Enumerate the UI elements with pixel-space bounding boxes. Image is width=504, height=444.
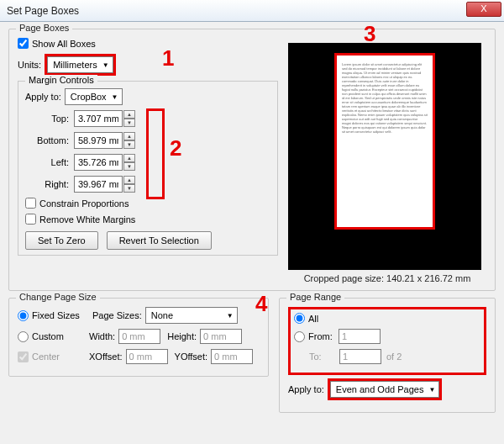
height-input xyxy=(200,329,242,344)
page-sizes-label: Page Sizes: xyxy=(92,310,142,320)
page-sizes-value: None xyxy=(151,310,173,320)
units-label: Units: xyxy=(18,60,41,70)
top-spinner[interactable]: ▲▼ xyxy=(123,110,135,127)
titlebar: Set Page Boxes X xyxy=(0,0,504,22)
yoffset-input xyxy=(211,349,253,364)
center-checkbox xyxy=(18,352,29,362)
up-arrow-icon: ▲ xyxy=(123,154,135,162)
down-arrow-icon: ▼ xyxy=(123,184,135,193)
center-label: Center xyxy=(32,352,89,362)
apply-to-range-value: Even and Odd Pages xyxy=(336,384,424,394)
right-spinner[interactable]: ▲▼ xyxy=(123,176,135,193)
page-preview: Lorem ipsum dolor sit amet consectetur a… xyxy=(288,43,481,270)
units-select[interactable]: Millimeters ▼ xyxy=(47,56,113,73)
left-input[interactable] xyxy=(74,154,123,171)
close-icon: X xyxy=(480,3,486,13)
change-page-size-group: Change Page Size Fixed Sizes Page Sizes:… xyxy=(8,298,269,377)
page-boxes-legend: Page Boxes xyxy=(16,23,72,33)
down-arrow-icon: ▼ xyxy=(123,140,135,149)
apply-to-range-select[interactable]: Even and Odd Pages ▼ xyxy=(330,381,440,398)
all-radio[interactable] xyxy=(294,313,305,324)
width-label: Width: xyxy=(89,331,115,341)
of-label: of 2 xyxy=(386,352,402,362)
width-input xyxy=(118,329,160,344)
preview-caption: Cropped page size: 140.21 x 216.72 mm xyxy=(288,273,486,283)
xoffset-input xyxy=(126,349,168,364)
page-range-group: Page Range All From: To: of 2 A xyxy=(279,298,496,413)
all-label: All xyxy=(308,314,318,324)
set-to-zero-button[interactable]: Set To Zero xyxy=(25,231,98,250)
to-label: To: xyxy=(309,352,339,362)
show-all-boxes-label: Show All Boxes xyxy=(32,39,96,49)
right-input[interactable] xyxy=(74,176,123,193)
constrain-label: Constrain Proportions xyxy=(39,198,129,209)
units-value: Millimeters xyxy=(53,60,97,70)
constrain-checkbox[interactable] xyxy=(25,198,36,209)
crop-box-select[interactable]: CropBox ▼ xyxy=(65,88,123,105)
up-arrow-icon: ▲ xyxy=(123,132,135,140)
annotation-2: 2 xyxy=(170,135,181,161)
top-label: Top: xyxy=(25,114,69,124)
up-arrow-icon: ▲ xyxy=(123,176,135,184)
fixed-sizes-label: Fixed Sizes xyxy=(32,310,92,320)
xoffset-label: XOffset: xyxy=(89,352,123,362)
yoffset-label: YOffset: xyxy=(175,352,208,362)
bottom-input[interactable] xyxy=(74,132,123,149)
change-page-size-legend: Change Page Size xyxy=(16,292,100,302)
remove-white-label: Remove White Margins xyxy=(39,214,135,225)
chevron-down-icon: ▼ xyxy=(428,386,435,394)
margin-controls-legend: Margin Controls xyxy=(25,75,97,85)
custom-label: Custom xyxy=(32,331,89,341)
revert-button[interactable]: Revert To Selection xyxy=(107,231,212,250)
from-radio[interactable] xyxy=(294,331,305,342)
page-range-legend: Page Range xyxy=(286,292,344,302)
margin-controls-group: Margin Controls Apply to: CropBox ▼ 2 To… xyxy=(18,81,278,256)
bottom-spinner[interactable]: ▲▼ xyxy=(123,132,135,149)
close-button[interactable]: X xyxy=(466,2,501,17)
down-arrow-icon: ▼ xyxy=(123,119,135,127)
to-input xyxy=(339,349,381,364)
annotation-1: 1 xyxy=(162,45,174,71)
page-boxes-group: Page Boxes Show All Boxes Units: Millime… xyxy=(8,29,496,291)
right-label: Right: xyxy=(25,179,69,189)
apply-to-label: Apply to: xyxy=(25,92,61,102)
left-label: Left: xyxy=(25,157,69,167)
from-input xyxy=(339,329,381,344)
left-spinner[interactable]: ▲▼ xyxy=(123,154,135,171)
from-label: From: xyxy=(308,331,339,341)
bottom-label: Bottom: xyxy=(25,135,69,145)
page-sizes-select[interactable]: None ▼ xyxy=(145,307,238,324)
up-arrow-icon: ▲ xyxy=(123,110,135,119)
show-all-boxes-checkbox[interactable] xyxy=(18,38,29,49)
height-label: Height: xyxy=(167,331,197,341)
annotation-4: 4 xyxy=(255,291,267,317)
fixed-sizes-radio[interactable] xyxy=(18,310,29,321)
chevron-down-icon: ▼ xyxy=(112,93,118,101)
chevron-down-icon: ▼ xyxy=(102,61,109,69)
top-input[interactable] xyxy=(74,110,123,127)
remove-white-checkbox[interactable] xyxy=(25,214,36,225)
down-arrow-icon: ▼ xyxy=(123,162,135,171)
crop-box-value: CropBox xyxy=(71,92,107,102)
preview-page: Lorem ipsum dolor sit amet consectetur a… xyxy=(334,53,435,230)
apply-to-range-label: Apply to: xyxy=(288,384,324,394)
custom-radio[interactable] xyxy=(18,331,29,342)
chevron-down-icon: ▼ xyxy=(227,312,234,320)
window-title: Set Page Boxes xyxy=(7,5,79,17)
